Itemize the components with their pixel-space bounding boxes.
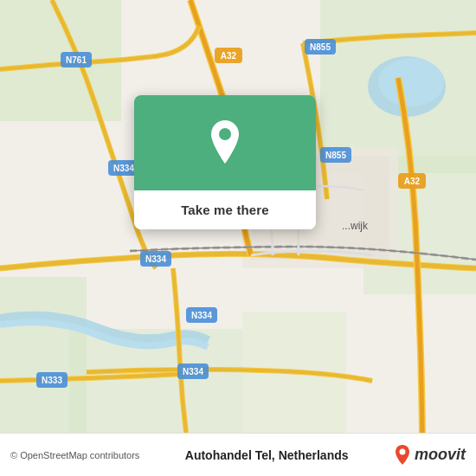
svg-text:N334: N334 bbox=[191, 311, 212, 320]
svg-text:...wijk: ...wijk bbox=[342, 220, 369, 232]
svg-text:A32: A32 bbox=[404, 177, 421, 186]
moovit-branding: moovit bbox=[394, 444, 466, 466]
location-pin-icon bbox=[206, 119, 244, 167]
take-me-there-button[interactable]: Take me there bbox=[134, 190, 316, 229]
bottom-bar: © OpenStreetMap contributors Autohandel … bbox=[0, 433, 476, 476]
svg-text:N855: N855 bbox=[325, 151, 346, 160]
svg-point-32 bbox=[219, 128, 231, 140]
location-title: Autohandel Tel, Netherlands bbox=[185, 447, 349, 463]
svg-text:N761: N761 bbox=[66, 55, 87, 65]
svg-point-8 bbox=[378, 58, 444, 106]
attribution-area: © OpenStreetMap contributors bbox=[10, 450, 139, 460]
svg-text:N334: N334 bbox=[145, 254, 166, 264]
map-container: N761 A32 N855 N855 A32 N334 N334 N334 N3… bbox=[0, 0, 476, 433]
svg-text:N334: N334 bbox=[113, 164, 134, 173]
svg-text:N855: N855 bbox=[310, 42, 331, 52]
popup-green-header bbox=[134, 95, 316, 190]
moovit-text-label: moovit bbox=[415, 446, 466, 464]
svg-point-33 bbox=[399, 448, 405, 454]
svg-text:N334: N334 bbox=[183, 367, 203, 376]
svg-text:A32: A32 bbox=[221, 51, 237, 61]
location-name-label: Autohandel Tel, Netherlands bbox=[185, 448, 349, 462]
location-popup: Take me there bbox=[134, 95, 316, 229]
svg-text:N333: N333 bbox=[42, 376, 62, 385]
osm-attribution: © OpenStreetMap contributors bbox=[10, 450, 139, 460]
moovit-pin-icon bbox=[394, 444, 411, 466]
